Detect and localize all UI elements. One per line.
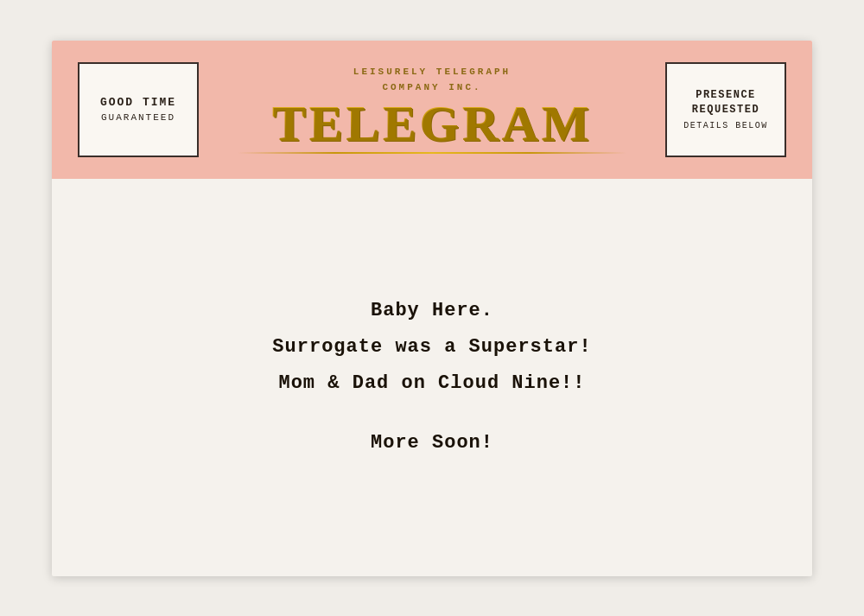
badge-right-line1: PRESENCEREQUESTED xyxy=(692,88,759,117)
badge-right: PRESENCEREQUESTED DETAILS BELOW xyxy=(665,62,786,157)
badge-left-line1: GOOD TIME xyxy=(100,96,176,111)
badge-right-line2: DETAILS BELOW xyxy=(683,121,768,130)
message-line-2: Surrogate was a Superstar! xyxy=(272,329,591,365)
header-center: LEISURELY TELEGRAPH COMPANY INC. TELEGRA… xyxy=(199,65,665,154)
message-line-4: More Soon! xyxy=(371,425,493,461)
message-line-3: Mom & Dad on Cloud Nine!! xyxy=(278,365,585,402)
telegram-title: TELEGRAM xyxy=(272,98,592,149)
badge-left: GOOD TIME GUARANTEED xyxy=(78,62,199,157)
company-name: LEISURELY TELEGRAPH COMPANY INC. xyxy=(353,65,511,95)
telegram-card: GOOD TIME GUARANTEED LEISURELY TELEGRAPH… xyxy=(52,41,812,576)
card-body: Baby Here. Surrogate was a Superstar! Mo… xyxy=(52,179,812,576)
message-line-1: Baby Here. xyxy=(371,293,493,329)
telegram-underline xyxy=(238,152,626,154)
card-header: GOOD TIME GUARANTEED LEISURELY TELEGRAPH… xyxy=(52,41,812,179)
badge-left-line2: GUARANTEED xyxy=(101,112,175,123)
